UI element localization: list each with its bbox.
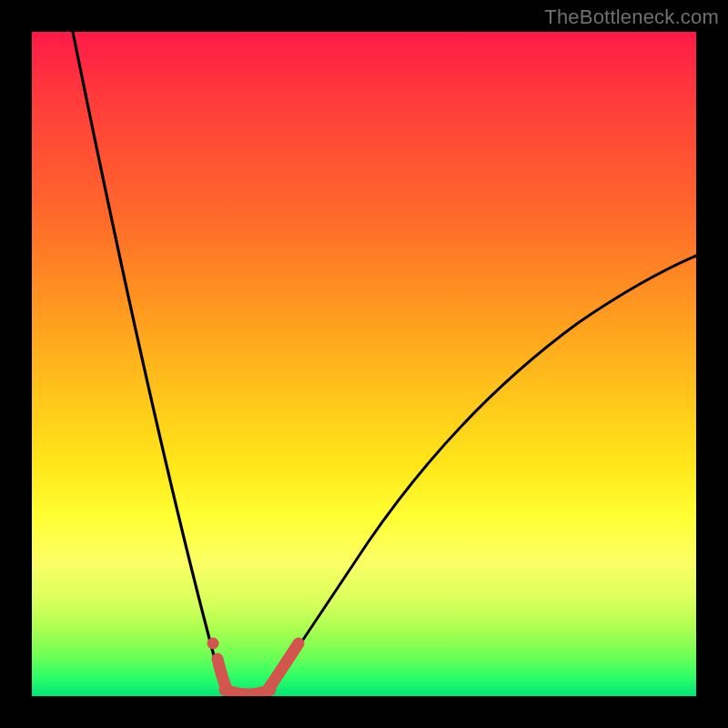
optimum-left-hug — [217, 659, 227, 689]
optimum-dot — [207, 638, 219, 650]
curve-layer — [32, 32, 696, 696]
curve-left-branch — [73, 32, 228, 689]
optimum-flat-segment — [225, 690, 270, 694]
optimum-right-hug — [268, 643, 298, 689]
curve-right-branch — [270, 256, 696, 689]
stage: TheBottleneck.com — [0, 0, 728, 728]
watermark-text: TheBottleneck.com — [544, 5, 719, 29]
plot-area — [32, 32, 696, 696]
